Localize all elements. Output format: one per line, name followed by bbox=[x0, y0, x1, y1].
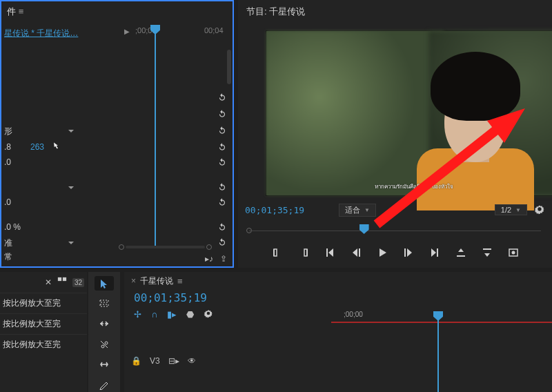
preview-subtitle: หากความรักมันคือนิยาม ของหัวใจ bbox=[266, 182, 552, 191]
timeline-tab[interactable]: × 千星传说 ≡ bbox=[124, 272, 552, 290]
play-icon[interactable]: ▶ bbox=[124, 28, 130, 35]
extra-label: 常 bbox=[4, 251, 12, 263]
svg-point-3 bbox=[511, 251, 515, 254]
reset-button[interactable] bbox=[217, 109, 227, 121]
snap-icon[interactable]: ✢ bbox=[134, 309, 141, 320]
icon-view-icon[interactable] bbox=[57, 277, 67, 288]
timeline-origin-label: ;00;00 bbox=[344, 311, 363, 318]
lift-button[interactable] bbox=[455, 247, 466, 260]
svg-rect-7 bbox=[100, 304, 108, 306]
program-playhead-icon[interactable] bbox=[359, 224, 369, 234]
project-bins-panel: ✕ 32 按比例放大至完 按比例放大至完 按比例放大至完 bbox=[0, 272, 87, 392]
svg-rect-6 bbox=[100, 300, 108, 302]
bin-item[interactable]: 按比例放大至完 bbox=[0, 313, 87, 334]
dropdown-icon[interactable] bbox=[68, 127, 75, 137]
reset-button[interactable] bbox=[217, 126, 227, 137]
play-button[interactable] bbox=[377, 247, 388, 260]
reset-button[interactable] bbox=[217, 222, 227, 234]
linked-selection-icon[interactable]: ▮▸ bbox=[167, 309, 177, 320]
chevron-down-icon: ▼ bbox=[515, 207, 521, 213]
fx-time-end: 00;04 bbox=[204, 26, 224, 35]
go-to-in-button[interactable] bbox=[324, 247, 335, 260]
ripple-edit-tool[interactable] bbox=[95, 317, 114, 331]
lock-icon[interactable]: 🔒 bbox=[131, 356, 141, 366]
timeline-ruler[interactable]: ;00;00 bbox=[331, 308, 552, 323]
anchor-label: 准 bbox=[4, 237, 12, 249]
reset-button[interactable] bbox=[217, 92, 227, 104]
svg-rect-4 bbox=[58, 277, 61, 280]
bin-item[interactable]: 按比例放大至完 bbox=[0, 293, 87, 313]
dropdown-icon[interactable] bbox=[68, 184, 75, 193]
fx-timeline-strip[interactable]: ▶ ;00;00 00;04 bbox=[121, 23, 231, 43]
svg-rect-5 bbox=[63, 277, 66, 280]
program-controls: 00;01;35;19 适合▼ 1/2▼ bbox=[245, 202, 545, 264]
program-scrub-bar[interactable] bbox=[245, 222, 545, 236]
reset-button[interactable] bbox=[217, 157, 227, 169]
dropdown-icon[interactable] bbox=[68, 239, 75, 248]
razor-tool[interactable] bbox=[95, 337, 114, 351]
pen-tool[interactable] bbox=[95, 378, 114, 392]
chevron-down-icon: ▼ bbox=[364, 207, 370, 213]
close-icon[interactable]: ✕ bbox=[45, 277, 52, 287]
effect-controls-panel: 件 ≡ 星传说 * 千星传说… ▶ ;00;00 00;04 形 .8 263 … bbox=[0, 0, 234, 268]
cursor-icon bbox=[50, 141, 62, 156]
toggle-animation-icon[interactable]: ▸♪ bbox=[205, 254, 213, 264]
step-forward-button[interactable] bbox=[403, 247, 414, 260]
program-monitor-panel: 节目: 千星传说 หากความรักมันคือนิยาม ของหัวใจ … bbox=[238, 0, 552, 268]
effect-controls-title: 件 ≡ bbox=[1, 1, 233, 21]
program-title: 节目: 千星传说 bbox=[238, 0, 552, 23]
scroll-end-handle[interactable] bbox=[206, 244, 212, 250]
marker-icon[interactable]: ⬣ bbox=[186, 309, 194, 320]
timeline-timecode[interactable]: 00;01;35;19 bbox=[124, 290, 552, 306]
selection-tool[interactable] bbox=[95, 276, 114, 291]
reset-button[interactable] bbox=[217, 182, 227, 194]
opacity-value[interactable]: .0 % bbox=[4, 222, 21, 232]
track-label[interactable]: V3 bbox=[150, 356, 160, 366]
step-back-button[interactable] bbox=[351, 247, 362, 260]
position-y-value[interactable]: 263 bbox=[30, 142, 44, 152]
timeline-panel: × 千星传说 ≡ 00;01;35;19 ✢ ∩ ▮▸ ⬣ ;00;00 🔒 V… bbox=[124, 272, 552, 392]
scroll-start-handle[interactable] bbox=[119, 244, 124, 250]
timeline-playhead-icon[interactable] bbox=[433, 311, 443, 321]
export-icon[interactable]: ⇪ bbox=[220, 254, 227, 264]
rotation-value[interactable]: .0 bbox=[4, 197, 11, 207]
resolution-select[interactable]: 1/2▼ bbox=[495, 204, 527, 215]
extract-button[interactable] bbox=[482, 247, 493, 260]
slip-tool[interactable] bbox=[95, 357, 114, 371]
target-track-icon[interactable]: ⊟▸ bbox=[168, 356, 179, 366]
magnet-icon[interactable]: ∩ bbox=[151, 309, 157, 320]
timeline-playhead-line bbox=[437, 320, 439, 392]
fx-vertical-scrollbar[interactable] bbox=[227, 50, 231, 84]
track-select-tool[interactable] bbox=[95, 296, 114, 311]
reset-button[interactable] bbox=[217, 237, 227, 249]
export-frame-button[interactable] bbox=[508, 247, 519, 260]
scale-value[interactable]: .0 bbox=[4, 157, 11, 167]
settings-icon[interactable] bbox=[204, 308, 213, 320]
track-header: 🔒 V3 ⊟▸ 👁 bbox=[131, 356, 196, 366]
toolbar bbox=[88, 272, 120, 392]
program-preview[interactable]: หากความรักมันคือนิยาม ของหัวใจ bbox=[266, 30, 552, 196]
position-x-value[interactable]: .8 bbox=[4, 142, 11, 152]
close-icon[interactable]: × bbox=[131, 276, 136, 286]
program-timecode[interactable]: 00;01;35;19 bbox=[245, 205, 304, 215]
settings-icon[interactable] bbox=[534, 204, 545, 217]
shape-label: 形 bbox=[4, 126, 12, 137]
reset-button[interactable] bbox=[217, 142, 227, 154]
mark-in-button[interactable] bbox=[272, 247, 283, 260]
reset-button[interactable] bbox=[217, 197, 227, 209]
go-to-out-button[interactable] bbox=[429, 247, 440, 260]
transport-bar bbox=[245, 243, 545, 264]
sequence-tab[interactable]: 星传说 * 千星传说… bbox=[4, 28, 78, 39]
zoom-fit-select[interactable]: 适合▼ bbox=[339, 204, 376, 217]
bin-item[interactable]: 按比例放大至完 bbox=[0, 334, 87, 355]
mark-out-button[interactable] bbox=[298, 247, 309, 260]
list-view-badge[interactable]: 32 bbox=[72, 278, 84, 287]
fx-scrollbar[interactable] bbox=[126, 246, 205, 248]
toggle-track-output-icon[interactable]: 👁 bbox=[188, 356, 196, 366]
